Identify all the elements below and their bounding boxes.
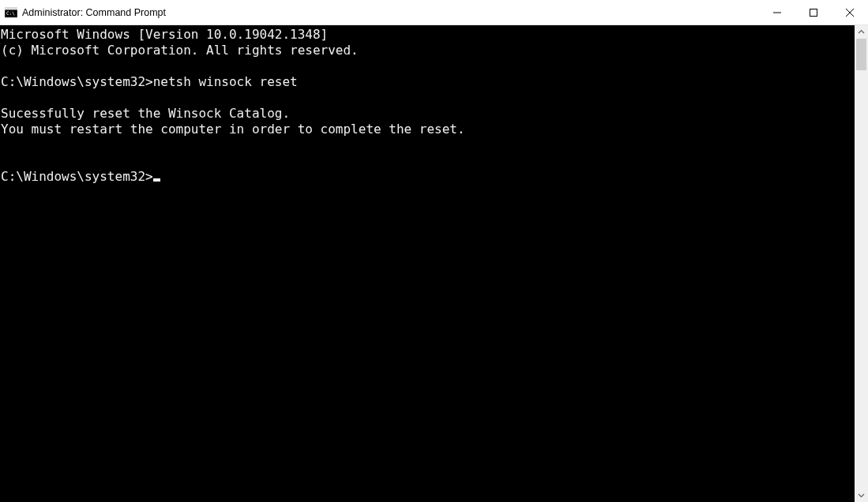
window-controls [759, 0, 868, 24]
version-line: Microsoft Windows [Version 10.0.19042.13… [1, 27, 328, 42]
terminal-output[interactable]: Microsoft Windows [Version 10.0.19042.13… [0, 25, 855, 502]
maximize-button[interactable] [795, 0, 832, 24]
svg-text:C:\: C:\ [6, 10, 15, 16]
prompt: C:\Windows\system32> [1, 169, 153, 184]
window-title: Administrator: Command Prompt [22, 7, 759, 18]
output-line: Sucessfully reset the Winsock Catalog. [1, 106, 290, 121]
svg-rect-4 [810, 9, 817, 16]
scroll-track[interactable] [855, 39, 868, 489]
content-area: Microsoft Windows [Version 10.0.19042.13… [0, 25, 868, 502]
command-text: netsh winsock reset [153, 74, 298, 89]
titlebar[interactable]: C:\ Administrator: Command Prompt [0, 0, 868, 25]
scroll-thumb[interactable] [856, 39, 866, 70]
scroll-up-arrow-icon[interactable] [855, 25, 868, 39]
vertical-scrollbar[interactable] [855, 25, 868, 502]
cmd-icon: C:\ [5, 6, 17, 19]
prompt: C:\Windows\system32> [1, 74, 153, 89]
output-line: You must restart the computer in order t… [1, 122, 465, 137]
copyright-line: (c) Microsoft Corporation. All rights re… [1, 43, 359, 58]
cursor-icon [153, 178, 160, 182]
scroll-down-arrow-icon[interactable] [855, 489, 868, 502]
minimize-button[interactable] [759, 0, 795, 24]
command-prompt-window: C:\ Administrator: Command Prompt Micros… [0, 0, 868, 502]
close-button[interactable] [832, 0, 868, 24]
